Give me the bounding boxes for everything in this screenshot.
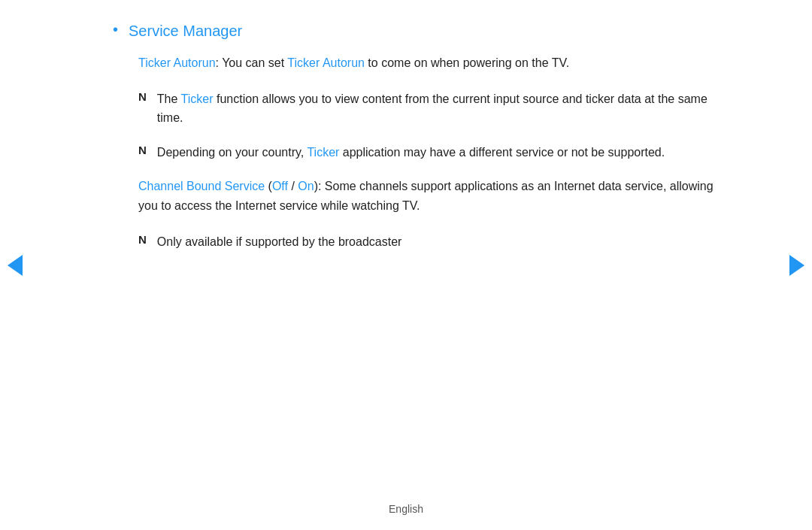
service-manager-title: Service Manager — [129, 23, 242, 40]
ticker-link-note1: Ticker — [181, 92, 214, 105]
footer-language-label: English — [389, 503, 423, 515]
footer: English — [0, 503, 812, 515]
on-link: On — [298, 180, 314, 192]
note-n-3: N — [138, 233, 147, 246]
off-link: Off — [272, 180, 288, 192]
note-1-text-before: The — [157, 92, 181, 105]
service-manager-section: • Service Manager — [113, 23, 714, 40]
channel-bound-slash: / — [288, 180, 298, 192]
bullet-dot: • — [113, 21, 118, 38]
note-n-2: N — [138, 144, 147, 156]
note-text-1: The Ticker function allows you to view c… — [157, 89, 714, 128]
ticker-autorun-text-2: to come on when powering on the TV. — [365, 56, 569, 69]
channel-bound-paren-open: ( — [265, 180, 272, 192]
next-page-arrow-icon[interactable] — [789, 255, 804, 276]
note-1-text-after: function allows you to view content from… — [157, 92, 707, 125]
note-item-3: N Only available if supported by the bro… — [138, 232, 714, 252]
ticker-autorun-text-1: : You can set — [216, 56, 288, 69]
channel-bound-service-link: Channel Bound Service — [138, 180, 265, 192]
note-text-2: Depending on your country, Ticker applic… — [157, 143, 665, 162]
note-text-3: Only available if supported by the broad… — [157, 232, 402, 252]
section-content: Ticker Autorun: You can set Ticker Autor… — [138, 53, 714, 251]
prev-page-arrow-icon[interactable] — [8, 255, 23, 276]
ticker-link-note2: Ticker — [307, 146, 339, 159]
note-item-2: N Depending on your country, Ticker appl… — [138, 143, 714, 162]
note-n-1: N — [138, 90, 147, 103]
ticker-autorun-link-1: Ticker Autorun — [138, 56, 216, 69]
ticker-autorun-paragraph: Ticker Autorun: You can set Ticker Autor… — [138, 53, 714, 73]
ticker-autorun-link-2: Ticker Autorun — [287, 56, 365, 69]
note-2-text-after: application may have a different service… — [339, 146, 665, 159]
channel-bound-paragraph: Channel Bound Service (Off / On): Some c… — [138, 177, 714, 215]
note-2-text-before: Depending on your country, — [157, 146, 308, 159]
note-item-1: N The Ticker function allows you to view… — [138, 89, 714, 128]
main-content: • Service Manager Ticker Autorun: You ca… — [38, 0, 774, 289]
